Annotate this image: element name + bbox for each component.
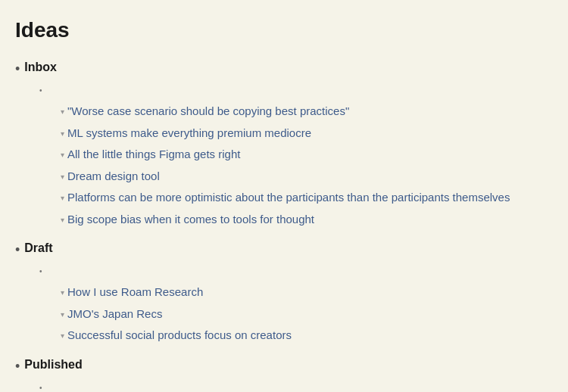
list-item: ▾All the little things Figma gets right — [61, 145, 553, 165]
small-dot: • — [39, 264, 42, 279]
section-label-inbox[interactable]: Inbox — [24, 59, 57, 76]
section-bullet: • — [15, 60, 20, 79]
section-bullet: • — [15, 241, 20, 260]
item-link[interactable]: Big scope bias when it comes to tools fo… — [67, 211, 314, 229]
collapse-arrow-icon[interactable]: ▾ — [61, 192, 64, 204]
item-link[interactable]: Platforms can be more optimistic about t… — [67, 189, 510, 207]
collapse-arrow-icon[interactable]: ▾ — [61, 214, 64, 226]
collapse-arrow-icon[interactable]: ▾ — [61, 309, 64, 320]
small-dot: • — [39, 83, 42, 98]
child-dot-container: • — [39, 263, 553, 281]
item-link[interactable]: How I use Roam Research — [67, 284, 203, 301]
section-draft: •Draft•▾How I use Roam Research▾JMO's Ja… — [15, 238, 553, 346]
section-bullet: • — [15, 357, 20, 376]
child-dot-container: • — [39, 379, 553, 392]
section-label-published[interactable]: Published — [24, 356, 82, 373]
collapse-arrow-icon[interactable]: ▾ — [61, 106, 64, 117]
collapse-arrow-icon[interactable]: ▾ — [61, 128, 64, 139]
ideas-tree: •Inbox•▾"Worse case scenario should be c… — [15, 58, 553, 392]
collapse-arrow-icon[interactable]: ▾ — [61, 171, 64, 182]
list-item: ▾Platforms can be more optimistic about … — [61, 188, 553, 208]
item-link[interactable]: ML systems make everything premium medio… — [67, 125, 311, 142]
collapse-arrow-icon[interactable]: ▾ — [61, 149, 64, 160]
section-inbox: •Inbox•▾"Worse case scenario should be c… — [15, 58, 553, 229]
list-item: ▾JMO's Japan Recs — [61, 304, 553, 325]
section-published: •Published•▾Social/UGC products are uniq… — [15, 355, 553, 392]
item-link[interactable]: Successful social products focus on crea… — [67, 327, 292, 344]
list-item: ▾Big scope bias when it comes to tools f… — [61, 210, 553, 230]
small-dot: • — [39, 381, 42, 392]
collapse-arrow-icon[interactable]: ▾ — [61, 330, 64, 341]
item-link[interactable]: "Worse case scenario should be copying b… — [67, 103, 349, 120]
list-item: ▾How I use Roam Research — [61, 282, 553, 303]
item-link[interactable]: Dream design tool — [67, 168, 160, 185]
item-link[interactable]: All the little things Figma gets right — [67, 146, 240, 163]
section-label-draft[interactable]: Draft — [24, 240, 52, 257]
child-dot-container: • — [39, 82, 553, 100]
list-item: ▾"Worse case scenario should be copying … — [61, 101, 553, 122]
list-item: ▾Successful social products focus on cre… — [61, 325, 553, 346]
item-link[interactable]: JMO's Japan Recs — [67, 306, 162, 323]
list-item: ▾Dream design tool — [61, 166, 553, 187]
list-item: ▾ML systems make everything premium medi… — [61, 123, 553, 144]
collapse-arrow-icon[interactable]: ▾ — [61, 287, 64, 298]
page-title: Ideas — [15, 18, 553, 42]
